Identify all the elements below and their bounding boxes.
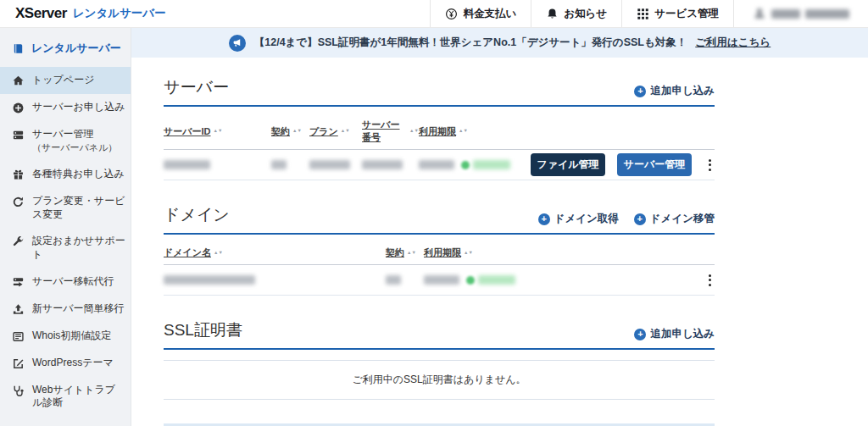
sidebar-item-wordpress-theme[interactable]: WordPressテーマ (0, 350, 131, 377)
book-icon (12, 42, 25, 55)
header-menu: 料金支払い お知らせ サービス管理 (430, 0, 868, 27)
gift-icon (12, 169, 25, 181)
server-col-contract[interactable]: 契約 (271, 125, 290, 138)
domain-col-contract[interactable]: 契約 (386, 246, 404, 259)
sidebar-item-plan-change[interactable]: プラン変更・サービス変更 (0, 188, 131, 228)
banner-link[interactable]: ご利用はこちら (695, 36, 771, 50)
top-header: XServer レンタルサーバー 料金支払い お知らせ (0, 0, 868, 28)
sidebar-title-label: レンタルサーバー (31, 41, 121, 56)
sidebar-item-easy-migration[interactable]: 新サーバー簡単移行 (0, 296, 131, 323)
sidebar-item-top-page[interactable]: トップページ (0, 67, 131, 94)
domain-transfer-button[interactable]: + ドメイン移管 (634, 212, 715, 226)
domain-section-header: ドメイン + ドメイン取得 + ドメイン移管 (164, 204, 715, 235)
server-manager-button[interactable]: サーバー管理 (617, 153, 692, 176)
sidebar-item-setup-support[interactable]: 設定おまかせサポート (0, 228, 131, 268)
sidebar-item-label: 設定おまかせサポート (32, 235, 125, 261)
sort-icon[interactable]: ▲▼ (459, 130, 468, 132)
refresh-icon (12, 196, 25, 208)
server-table-row: ファイル管理 サーバー管理 (164, 149, 715, 180)
megaphone-icon (229, 35, 246, 52)
dashboard-content: サーバー + 追加申し込み サーバーID▲▼ 契約▲▼ プラン▲▼ サーバー番号… (131, 58, 715, 426)
sidebar-item-server-management[interactable]: サーバー管理 （サーバーパネル） (0, 121, 131, 161)
sort-icon[interactable]: ▲▼ (341, 130, 350, 132)
grid-icon (637, 8, 649, 20)
sidebar-item-server-apply[interactable]: サーバーお申し込み (0, 94, 131, 121)
sidebar-item-label: 新サーバー簡単移行 (32, 302, 125, 316)
plus-circle-icon: + (634, 329, 646, 340)
person-icon (753, 7, 766, 20)
server-col-id[interactable]: サーバーID (164, 125, 211, 138)
sidebar-item-label: トップページ (32, 74, 94, 87)
payment-label: 料金支払い (463, 7, 516, 21)
domain-row-menu-icon[interactable] (705, 272, 715, 289)
sort-icon[interactable]: ▲▼ (407, 252, 416, 254)
account-menu-item[interactable] (733, 0, 868, 27)
logo-text-secondary: レンタルサーバー (73, 6, 166, 21)
sidebar-item-server-transfer[interactable]: サーバー移転代行 (0, 268, 131, 296)
ssl-section-header: SSL証明書 + 追加申し込み (164, 319, 715, 350)
sidebar-item-label: Webサイトトラブル診断 (32, 384, 125, 410)
sidebar-item-main-label: サーバー管理 (32, 128, 94, 140)
server-plan-redacted (309, 160, 362, 169)
server-id-redacted (164, 160, 271, 169)
sidebar-item-label: サーバー管理 （サーバーパネル） (32, 128, 117, 154)
yen-circle-icon (445, 8, 458, 20)
payment-menu-item[interactable]: 料金支払い (430, 0, 531, 27)
server-add-label: 追加申し込み (650, 84, 715, 98)
server-col-expiry[interactable]: 利用期限 (419, 125, 456, 138)
edit-icon (12, 357, 25, 370)
domain-table-header: ドメイン名▲▼ 契約▲▼ 利用期限▲▼ (164, 235, 715, 264)
domain-col-expiry[interactable]: 利用期限 (424, 246, 461, 259)
domain-get-button[interactable]: + ドメイン取得 (538, 212, 619, 226)
sidebar-title[interactable]: レンタルサーバー (0, 28, 131, 67)
wrench-icon (12, 235, 25, 248)
status-active-icon (466, 276, 475, 285)
plus-circle-icon: + (538, 213, 550, 225)
stethoscope-icon (12, 385, 25, 397)
server-col-number[interactable]: サーバー番号 (362, 119, 407, 144)
domain-col-name[interactable]: ドメイン名 (164, 246, 211, 259)
server-row-menu-icon[interactable] (705, 157, 715, 174)
sidebar-item-label: サーバーお申し込み (32, 101, 125, 114)
notifications-menu-item[interactable]: お知らせ (531, 0, 621, 27)
plus-circle-icon: + (634, 213, 646, 225)
sidebar-item-whois[interactable]: Whois初期値設定 (0, 323, 131, 350)
ssl-section-title: SSL証明書 (164, 319, 242, 341)
service-management-label: サービス管理 (654, 7, 719, 21)
announcement-banner: 【12/4まで】SSL証明書が1年間無料！世界シェアNo.1「デジサート」発行の… (131, 28, 868, 58)
domain-section-title: ドメイン (164, 204, 230, 226)
server-col-plan[interactable]: プラン (309, 125, 338, 138)
sidebar: レンタルサーバー トップページ サーバーお申し込み (0, 28, 131, 426)
file-manager-button[interactable]: ファイル管理 (531, 153, 605, 176)
upload-icon (12, 303, 25, 316)
sidebar-item-label: 各種特典お申し込み (32, 168, 125, 181)
sort-icon[interactable]: ▲▼ (214, 252, 223, 254)
sidebar-item-benefits[interactable]: 各種特典お申し込み (0, 161, 131, 188)
domain-expiry-redacted (424, 275, 576, 285)
home-icon (12, 75, 25, 87)
document-icon (12, 330, 25, 343)
sort-icon[interactable]: ▲▼ (409, 130, 419, 132)
server-table-header: サーバーID▲▼ 契約▲▼ プラン▲▼ サーバー番号▲▼ 利用期限▲▼ (164, 107, 715, 149)
sort-icon[interactable]: ▲▼ (464, 252, 473, 254)
ssl-empty-message: ご利用中のSSL証明書はありません。 (164, 360, 715, 400)
ssl-add-button[interactable]: + 追加申し込み (634, 327, 715, 341)
sidebar-item-label: Whois初期値設定 (32, 329, 111, 343)
sidebar-item-sublabel: （サーバーパネル） (32, 142, 117, 152)
server-section: サーバー + 追加申し込み サーバーID▲▼ 契約▲▼ プラン▲▼ サーバー番号… (164, 76, 715, 180)
service-management-menu-item[interactable]: サービス管理 (621, 0, 733, 27)
server-section-title: サーバー (164, 76, 229, 98)
xserver-logo[interactable]: XServer レンタルサーバー (0, 0, 166, 27)
server-icon (12, 129, 25, 141)
ssl-section: SSL証明書 + 追加申し込み ご利用中のSSL証明書はありません。 (164, 319, 715, 400)
server-contract-redacted (271, 160, 309, 169)
banner-text: 【12/4まで】SSL証明書が1年間無料！世界シェアNo.1「デジサート」発行の… (254, 36, 687, 50)
sort-icon[interactable]: ▲▼ (292, 130, 302, 132)
ssl-add-label: 追加申し込み (650, 327, 715, 341)
bell-icon (546, 8, 559, 20)
domain-section: ドメイン + ドメイン取得 + ドメイン移管 ドメイン名▲▼ 契 (164, 204, 715, 296)
account-redacted (753, 7, 849, 20)
server-add-button[interactable]: + 追加申し込み (634, 84, 715, 98)
sidebar-item-trouble-diagnosis[interactable]: Webサイトトラブル診断 (0, 377, 131, 417)
sort-icon[interactable]: ▲▼ (214, 130, 223, 132)
